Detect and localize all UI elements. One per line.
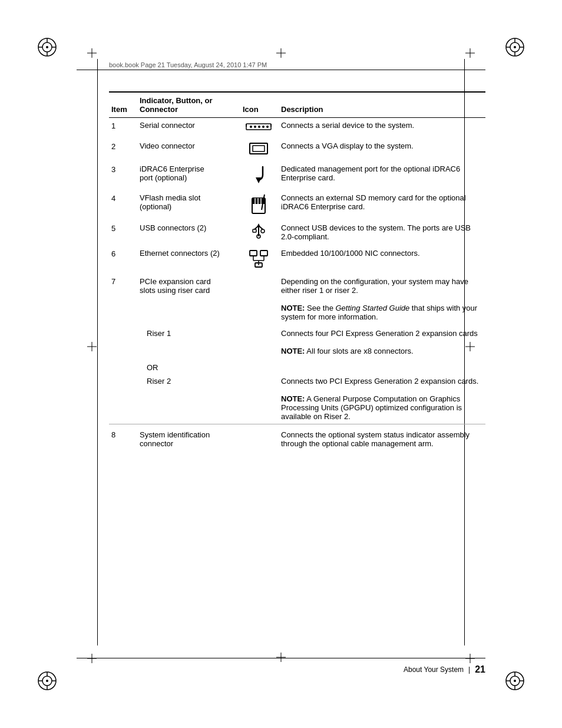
crosshair-bottom-center bbox=[276, 653, 286, 662]
row1-indicator: Serial connector bbox=[137, 118, 240, 139]
row3-icon bbox=[240, 162, 279, 190]
row4-description: Connects an external SD memory card for … bbox=[279, 190, 485, 220]
row7b-description bbox=[279, 358, 485, 374]
crosshair-mid-left bbox=[87, 342, 97, 351]
table-row: 4 VFlash media slot(optional) bbox=[109, 190, 485, 220]
crosshair-top-right bbox=[465, 48, 475, 58]
row8-description: Connects the optional system status indi… bbox=[279, 424, 485, 452]
row1-description: Connects a serial device to the system. bbox=[279, 118, 485, 139]
row4-item: 4 bbox=[109, 190, 137, 220]
row7-description: Depending on the configuration, your sys… bbox=[279, 274, 485, 324]
svg-rect-59 bbox=[253, 229, 256, 232]
header-bar bbox=[77, 70, 485, 70]
svg-point-9 bbox=[514, 46, 516, 48]
table-row: 3 iDRAC6 Enterpriseport (optional) Dedic… bbox=[109, 162, 485, 190]
svg-point-60 bbox=[261, 229, 265, 233]
row7-item: 7 bbox=[109, 274, 137, 324]
row7b-icon bbox=[240, 358, 279, 374]
svg-point-23 bbox=[514, 680, 516, 682]
left-border-line bbox=[97, 59, 98, 645]
row6-icon bbox=[240, 246, 279, 274]
svg-point-45 bbox=[266, 126, 269, 128]
table-row: OR bbox=[109, 358, 485, 374]
row5-icon bbox=[240, 220, 279, 246]
row7a-label: Riser 1 bbox=[137, 324, 240, 358]
row2-icon bbox=[240, 139, 279, 162]
svg-rect-64 bbox=[260, 251, 267, 256]
row4-indicator: VFlash media slot(optional) bbox=[137, 190, 240, 220]
table-row: Riser 1 Connects four PCI Express Genera… bbox=[109, 324, 485, 358]
crosshair-bottom-right bbox=[465, 654, 475, 663]
svg-rect-63 bbox=[250, 251, 257, 256]
corner-decoration-bl bbox=[35, 669, 59, 693]
connector-table: Item Indicator, Button, orConnector Icon… bbox=[109, 91, 485, 451]
table-header-row: Item Indicator, Button, orConnector Icon… bbox=[109, 92, 485, 118]
row2-indicator: Video connector bbox=[137, 139, 240, 162]
crosshair-top-center bbox=[276, 48, 286, 58]
row7c-item bbox=[109, 374, 137, 424]
corner-decoration-tr bbox=[503, 35, 527, 59]
row5-item: 5 bbox=[109, 220, 137, 246]
row7a-description: Connects four PCI Express Generation 2 e… bbox=[279, 324, 485, 358]
row7c-description: Connects two PCI Express Generation 2 ex… bbox=[279, 374, 485, 424]
row7a-item bbox=[109, 324, 137, 358]
row5-indicator: USB connectors (2) bbox=[137, 220, 240, 246]
row8-icon bbox=[240, 424, 279, 452]
row3-description: Dedicated management port for the option… bbox=[279, 162, 485, 190]
footer-section-label: About Your System bbox=[404, 666, 464, 674]
table-row: 7 PCIe expansion cardslots using riser c… bbox=[109, 274, 485, 324]
row4-icon bbox=[240, 190, 279, 220]
row7b-label: OR bbox=[137, 358, 240, 374]
table-row: 5 USB connectors (2) bbox=[109, 220, 485, 246]
row6-indicator: Ethernet connectors (2) bbox=[137, 246, 240, 274]
row8-indicator: System identificationconnector bbox=[137, 424, 240, 452]
row1-icon bbox=[240, 118, 279, 139]
header-text: book.book Page 21 Tuesday, August 24, 20… bbox=[109, 61, 267, 68]
table-row: 2 Video connector Connects a VGA display… bbox=[109, 139, 485, 162]
footer-separator: | bbox=[468, 666, 470, 674]
col-header-item: Item bbox=[109, 92, 137, 118]
svg-point-43 bbox=[258, 126, 260, 128]
row7-icon bbox=[240, 274, 279, 324]
col-header-icon: Icon bbox=[240, 92, 279, 118]
col-header-description: Description bbox=[279, 92, 485, 118]
svg-point-2 bbox=[46, 46, 48, 48]
row5-description: Connect USB devices to the system. The p… bbox=[279, 220, 485, 246]
table-row: 6 Ethernet connectors (2) bbox=[109, 246, 485, 274]
corner-decoration-tl bbox=[35, 35, 59, 59]
svg-point-44 bbox=[262, 126, 265, 128]
row2-description: Connects a VGA display to the system. bbox=[279, 139, 485, 162]
svg-marker-62 bbox=[257, 223, 260, 227]
footer-page-number: 21 bbox=[475, 664, 485, 675]
table-row: 8 System identificationconnector Connect… bbox=[109, 424, 485, 452]
row7b-item bbox=[109, 358, 137, 374]
footer-text: About Your System | 21 bbox=[404, 664, 485, 675]
crosshair-bottom-left bbox=[87, 654, 97, 663]
row1-item: 1 bbox=[109, 118, 137, 139]
row7a-icon bbox=[240, 324, 279, 358]
row8-item: 8 bbox=[109, 424, 137, 452]
row3-indicator: iDRAC6 Enterpriseport (optional) bbox=[137, 162, 240, 190]
svg-marker-50 bbox=[256, 177, 262, 183]
col-header-indicator: Indicator, Button, orConnector bbox=[137, 92, 240, 118]
corner-decoration-br bbox=[503, 669, 527, 693]
row2-item: 2 bbox=[109, 139, 137, 162]
table-row: Riser 2 Connects two PCI Express Generat… bbox=[109, 374, 485, 424]
svg-point-16 bbox=[46, 680, 48, 682]
crosshair-top-left bbox=[87, 48, 97, 58]
svg-point-42 bbox=[254, 126, 256, 128]
main-content: Item Indicator, Button, orConnector Icon… bbox=[109, 91, 485, 451]
row7-indicator: PCIe expansion cardslots using riser car… bbox=[137, 274, 240, 324]
svg-rect-49 bbox=[253, 146, 265, 151]
row6-item: 6 bbox=[109, 246, 137, 274]
row3-item: 3 bbox=[109, 162, 137, 190]
page: book.book Page 21 Tuesday, August 24, 20… bbox=[0, 0, 562, 728]
row7c-label: Riser 2 bbox=[137, 374, 240, 424]
row7c-icon bbox=[240, 374, 279, 424]
row6-description: Embedded 10/100/1000 NIC connectors. bbox=[279, 246, 485, 274]
table-row: 1 Serial connector bbox=[109, 118, 485, 139]
svg-point-41 bbox=[250, 126, 252, 128]
